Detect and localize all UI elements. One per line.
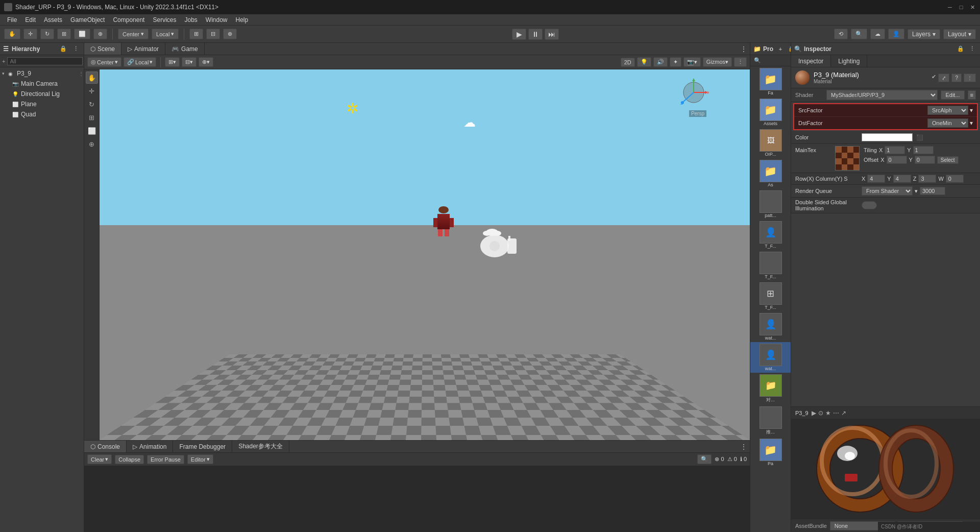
minimize-button[interactable]: ─ bbox=[946, 4, 953, 11]
pause-button[interactable]: ⏸ bbox=[528, 29, 543, 40]
project-item-assets[interactable]: 📁 Assets bbox=[750, 97, 791, 128]
snap-settings-button[interactable]: ⊟▾ bbox=[182, 57, 197, 67]
inspector-menu-button[interactable]: ⋮ bbox=[967, 44, 977, 54]
rect-tool[interactable]: ⬜ bbox=[86, 125, 98, 137]
src-factor-select[interactable]: SrcAlph bbox=[927, 106, 968, 115]
pivot-mode-dropdown[interactable]: ◎ Center ▾ bbox=[87, 57, 121, 67]
inspector-lock-button[interactable]: 🔒 bbox=[955, 44, 966, 54]
hierarchy-search-input[interactable] bbox=[7, 57, 83, 65]
offset-x-input[interactable] bbox=[887, 156, 907, 164]
close-button[interactable]: ✕ bbox=[969, 4, 976, 11]
grid-snap-btn[interactable]: ⊞ bbox=[189, 29, 203, 39]
rotate-tool-btn[interactable]: ↻ bbox=[40, 29, 54, 39]
project-item-wat2[interactable]: 👤 wat... bbox=[750, 342, 791, 373]
camera-settings-button[interactable]: 📷▾ bbox=[683, 57, 701, 67]
menu-assets[interactable]: Assets bbox=[40, 15, 66, 25]
menu-services[interactable]: Services bbox=[149, 15, 180, 25]
effects-toggle[interactable]: ✦ bbox=[670, 57, 681, 67]
color-picker-button[interactable]: ⬛ bbox=[915, 133, 925, 142]
grid-button[interactable]: ⊞▾ bbox=[165, 57, 180, 67]
preview-env-button[interactable]: ★ bbox=[825, 409, 831, 417]
open-button[interactable]: ⤤ bbox=[938, 74, 949, 82]
preview-light-button[interactable]: ⊙ bbox=[818, 409, 823, 417]
color-swatch[interactable] bbox=[862, 133, 913, 141]
tiling-y-input[interactable] bbox=[913, 146, 934, 154]
lighting-toggle[interactable]: 💡 bbox=[637, 57, 651, 67]
project-lock-button[interactable]: 🔒 bbox=[787, 44, 791, 54]
shader-select[interactable]: MyShader/URP/P3_9 bbox=[826, 90, 938, 100]
move-tool[interactable]: ✛ bbox=[86, 85, 98, 97]
inspector-tab[interactable]: Inspector bbox=[791, 55, 831, 67]
menu-component[interactable]: Component bbox=[109, 15, 149, 25]
maximize-button[interactable]: □ bbox=[958, 4, 965, 11]
project-item-tf1[interactable]: 👤 T_F... bbox=[750, 220, 791, 250]
2d-mode-button[interactable]: 2D bbox=[621, 58, 635, 67]
local-dropdown[interactable]: Local ▾ bbox=[152, 29, 179, 39]
preview-canvas[interactable] bbox=[791, 419, 980, 519]
menu-window[interactable]: Window bbox=[202, 15, 232, 25]
tab-game[interactable]: 🎮 Game bbox=[165, 43, 205, 55]
history-button[interactable]: ⟲ bbox=[834, 29, 848, 39]
tree-item-main-camera[interactable]: 📷 Main Camera bbox=[0, 79, 84, 89]
snap-btn[interactable]: ⊟ bbox=[206, 29, 220, 39]
project-item-tf3[interactable]: ⊞ T_F... bbox=[750, 281, 791, 311]
tab-more-button[interactable]: ⋮ bbox=[738, 45, 750, 53]
layout-dropdown[interactable]: Layout ▾ bbox=[943, 29, 976, 39]
step-button[interactable]: ⏭ bbox=[545, 29, 559, 40]
project-add-button[interactable]: + bbox=[775, 44, 786, 54]
scale-tool[interactable]: ⊞ bbox=[86, 111, 98, 124]
project-search-button[interactable]: 🔍 bbox=[752, 56, 763, 65]
play-button[interactable]: ▶ bbox=[512, 29, 526, 40]
row-z-input[interactable] bbox=[918, 175, 936, 183]
hierarchy-lock-button[interactable]: 🔒 bbox=[58, 44, 68, 54]
transform-tool-btn[interactable]: ⊕ bbox=[93, 29, 107, 39]
dst-factor-select[interactable]: OneMin bbox=[927, 118, 968, 128]
viewport-btn[interactable]: ⊕ bbox=[223, 29, 237, 39]
rect-tool-btn[interactable]: ⬜ bbox=[74, 29, 90, 39]
row-w-input[interactable] bbox=[946, 175, 964, 183]
pivot-dropdown[interactable]: Center ▾ bbox=[118, 29, 149, 39]
collapse-button[interactable]: Collapse bbox=[115, 455, 144, 464]
project-item-as[interactable]: 📁 As bbox=[750, 158, 791, 189]
project-item-oip[interactable]: 🖼 OIP... bbox=[750, 128, 791, 158]
material-menu-button[interactable]: ⋮ bbox=[964, 74, 976, 82]
account-button[interactable]: 👤 bbox=[888, 29, 904, 39]
tiling-x-input[interactable] bbox=[885, 146, 905, 154]
clear-button[interactable]: Clear ▾ bbox=[87, 454, 112, 464]
hierarchy-add-button[interactable]: + bbox=[2, 57, 5, 66]
space-mode-dropdown[interactable]: 🔗 Local ▾ bbox=[124, 57, 156, 67]
preview-play-button[interactable]: ▶ bbox=[812, 409, 816, 417]
render-queue-number[interactable] bbox=[920, 187, 945, 195]
more-icon[interactable]: ⋮ bbox=[79, 71, 84, 77]
select-texture-button[interactable]: Select bbox=[937, 156, 959, 164]
lighting-tab[interactable]: Lighting bbox=[831, 55, 867, 67]
project-item-dui[interactable]: 📁 对... bbox=[750, 373, 791, 405]
project-item-tui[interactable]: 推... bbox=[750, 405, 791, 437]
menu-gameobject[interactable]: GameObject bbox=[66, 15, 109, 25]
edit-shader-button[interactable]: Edit... bbox=[941, 90, 964, 100]
tree-item-plane[interactable]: ⬜ Plane bbox=[0, 99, 84, 109]
tab-animation[interactable]: ▷ Animation bbox=[127, 441, 173, 452]
bottom-tabs-more[interactable]: ⋮ bbox=[738, 443, 750, 450]
search-console-input[interactable]: 🔍 bbox=[697, 454, 712, 464]
double-sided-checkbox[interactable] bbox=[862, 201, 877, 209]
error-pause-button[interactable]: Error Pause bbox=[147, 455, 184, 464]
offset-y-input[interactable] bbox=[915, 156, 935, 164]
hand-tool-btn[interactable]: ✋ bbox=[4, 29, 20, 39]
layers-dropdown[interactable]: Layers ▾ bbox=[908, 29, 940, 39]
gizmos-dropdown[interactable]: Gizmos▾ bbox=[703, 57, 732, 67]
preview-expand-button[interactable]: ↗ bbox=[841, 409, 846, 417]
project-item-pa[interactable]: 📁 Pa bbox=[750, 437, 791, 468]
menu-help[interactable]: Help bbox=[232, 15, 253, 25]
project-item-fa[interactable]: 📁 Fa bbox=[750, 66, 791, 97]
more-options-button[interactable]: ⋮ bbox=[734, 57, 747, 67]
move-tool-btn[interactable]: ✛ bbox=[23, 29, 37, 39]
hand-tool[interactable]: ✋ bbox=[86, 71, 98, 84]
hierarchy-menu-button[interactable]: ⋮ bbox=[70, 44, 81, 54]
shader-menu-button[interactable]: ≡ bbox=[968, 90, 976, 100]
help-button[interactable]: ? bbox=[951, 74, 962, 82]
tree-item-quad[interactable]: ⬜ Quad bbox=[0, 109, 84, 119]
rotate-tool[interactable]: ↻ bbox=[86, 98, 98, 110]
tab-shader-ref[interactable]: Shader参考大全 bbox=[232, 441, 289, 452]
tab-frame-debugger[interactable]: Frame Debugger bbox=[173, 441, 232, 452]
